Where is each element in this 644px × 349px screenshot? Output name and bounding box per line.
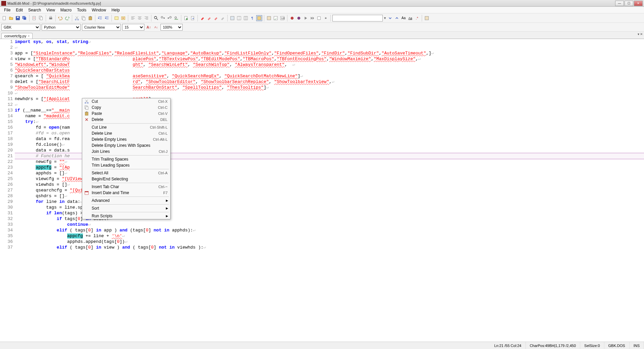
- uncomment-button[interactable]: [120, 15, 126, 21]
- outdent-button[interactable]: [104, 15, 110, 21]
- align-right-button[interactable]: [143, 15, 149, 21]
- file-tab-close-icon[interactable]: ×: [28, 34, 30, 38]
- zoom-combo[interactable]: 100%: [160, 24, 183, 31]
- menu-edit[interactable]: Edit: [13, 7, 26, 13]
- tab-dropdown-icon[interactable]: ▾: [638, 32, 639, 36]
- context-item-sort[interactable]: Sort▶: [82, 205, 170, 211]
- find-prev-button[interactable]: [167, 15, 173, 21]
- find-next-button[interactable]: [160, 15, 166, 21]
- code-line[interactable]: "QuickSearchBarStatus: [15, 68, 644, 73]
- comment-button[interactable]: [113, 15, 120, 21]
- close-all-button[interactable]: [38, 15, 44, 21]
- code-line[interactable]: "WindowLeft","WindowT ght", "SearchWinLe…: [15, 62, 644, 68]
- code-line[interactable]: elif ( tags[0] in app ) and (tags[0] not…: [15, 227, 644, 233]
- open-file-button[interactable]: [8, 15, 14, 21]
- replace-button[interactable]: [173, 15, 179, 21]
- context-item-run-scripts[interactable]: Run Scripts▶: [82, 213, 170, 219]
- code-line[interactable]: app = ["SingleInstance","ReloadFiles","R…: [15, 50, 644, 56]
- context-item-delete[interactable]: DeleteDEL: [82, 117, 170, 123]
- menu-window[interactable]: Window: [89, 7, 109, 13]
- context-item-insert-tab-char[interactable]: Insert Tab CharCtrl-~: [82, 184, 170, 190]
- paste-button[interactable]: [87, 15, 93, 21]
- code-line[interactable]: continue↵: [15, 222, 644, 227]
- find-button[interactable]: [153, 15, 159, 21]
- show-symbols-button[interactable]: ¶: [249, 15, 256, 21]
- align-left-button[interactable]: [130, 15, 136, 21]
- context-item-paste[interactable]: PasteCtrl-V: [82, 111, 170, 117]
- word-count-button[interactable]: 123: [279, 15, 285, 21]
- code-line[interactable]: appcfg += line + '\n'↵: [15, 233, 644, 239]
- copy-button[interactable]: [81, 15, 87, 21]
- toolbar-more-button[interactable]: »: [323, 15, 329, 21]
- play-macro-times-button[interactable]: [309, 15, 315, 21]
- font-smaller-button[interactable]: A↓: [153, 24, 159, 30]
- context-item-delete-line[interactable]: Delete LineCtrl-L: [82, 130, 170, 136]
- cut-button[interactable]: [74, 15, 80, 21]
- quick-search-up-button[interactable]: [394, 15, 400, 21]
- menu-file[interactable]: File: [1, 7, 13, 13]
- play-macro-button[interactable]: [303, 15, 309, 21]
- encoding-combo[interactable]: GBK: [1, 24, 40, 31]
- view-mode-hex-button[interactable]: [243, 15, 249, 21]
- code-line[interactable]: apphds.append(tags[0])↵: [15, 239, 644, 245]
- code-line[interactable]: qsearch = [ "QuickSea aseSensitive", "Qu…: [15, 73, 644, 79]
- indent-button[interactable]: [97, 15, 103, 21]
- highlight-prev-button[interactable]: [206, 15, 212, 21]
- preview-button[interactable]: [266, 15, 272, 21]
- syntax-combo[interactable]: Python: [42, 24, 81, 31]
- code-line[interactable]: view = ["TBStandardPo placePos","TBTextv…: [15, 56, 644, 62]
- print-button[interactable]: [48, 15, 54, 21]
- close-button[interactable]: ✕: [634, 1, 643, 6]
- context-item-copy[interactable]: CopyCtrl-C: [82, 104, 170, 111]
- menu-help[interactable]: Help: [109, 7, 123, 13]
- quick-search-down-button[interactable]: [387, 15, 393, 21]
- spell-button[interactable]: [273, 15, 279, 21]
- quick-search-case-button[interactable]: Aa: [401, 15, 407, 21]
- context-item-delete-empty-lines[interactable]: Delete Empty LinesCtrl-Alt-L: [82, 136, 170, 142]
- view-mode-text-button[interactable]: [229, 15, 235, 21]
- menu-search[interactable]: Search: [26, 7, 44, 13]
- save-button[interactable]: [15, 15, 21, 21]
- code-line[interactable]: delet = ["SearchListF rd", "ShowToolbarE…: [15, 79, 644, 85]
- context-item-cut-line[interactable]: Cut LineCtrl-Shift-L: [82, 124, 170, 130]
- redo-button[interactable]: [64, 15, 70, 21]
- quick-search-input[interactable]: [332, 15, 383, 21]
- show-linenum-button[interactable]: [256, 15, 262, 21]
- code-line[interactable]: ↵: [15, 45, 644, 50]
- code-line[interactable]: elif ( tags[0] in view ) and ( tags[0] n…: [15, 245, 644, 250]
- font-size-combo[interactable]: 15: [122, 24, 144, 31]
- font-name-combo[interactable]: Courier New: [82, 24, 121, 31]
- font-larger-button[interactable]: A↑: [146, 24, 152, 30]
- quick-search-regex-button[interactable]: .*: [414, 15, 420, 21]
- save-all-button[interactable]: [21, 15, 28, 21]
- context-item-delete-empty-lines-with-spaces[interactable]: Delete Empty Lines With Spaces: [82, 142, 170, 148]
- close-quicksearch-button[interactable]: [424, 15, 430, 21]
- stop-macro-button[interactable]: [296, 15, 302, 21]
- quick-search-whole-button[interactable]: Aa: [407, 15, 413, 21]
- context-item-trim-leading-spaces[interactable]: Trim Leading Spaces: [82, 162, 170, 168]
- highlight-button[interactable]: [199, 15, 205, 21]
- undo-button[interactable]: [57, 15, 63, 21]
- file-tab-active[interactable]: convertcfg.py ×: [1, 33, 33, 39]
- context-item-insert-date-and-time[interactable]: Insert Date and TimeF7: [82, 190, 170, 196]
- new-file-button[interactable]: [1, 15, 7, 21]
- minimize-button[interactable]: —: [615, 1, 624, 6]
- menu-macro[interactable]: Macro: [58, 7, 74, 13]
- editor-area[interactable]: 1234567891011121314151617181920212223242…: [0, 39, 644, 342]
- align-center-button[interactable]: [137, 15, 143, 21]
- context-item-advanced[interactable]: Advanced▶: [82, 198, 170, 204]
- view-mode-column-button[interactable]: [236, 15, 242, 21]
- maximize-button[interactable]: ☐: [625, 1, 633, 6]
- record-macro-button[interactable]: [289, 15, 295, 21]
- context-item-cut[interactable]: CutCtrl-X: [82, 98, 170, 104]
- context-item-begin-end-selecting[interactable]: Begin/End Selecting: [82, 176, 170, 182]
- bookmark-button[interactable]: [183, 15, 189, 21]
- bookmark-next-button[interactable]: [190, 15, 196, 21]
- save-macro-button[interactable]: [316, 15, 322, 21]
- highlight-clear-button[interactable]: [220, 15, 226, 21]
- context-item-join-lines[interactable]: Join LinesCtrl-J: [82, 148, 170, 155]
- menu-tools[interactable]: Tools: [74, 7, 89, 13]
- code-line[interactable]: import sys, os, stat, string↵: [15, 39, 644, 45]
- code-line[interactable]: "ShowToolbarEditMode" SearchBarOnStart",…: [15, 85, 644, 90]
- tab-close-all-icon[interactable]: ✕: [640, 32, 643, 36]
